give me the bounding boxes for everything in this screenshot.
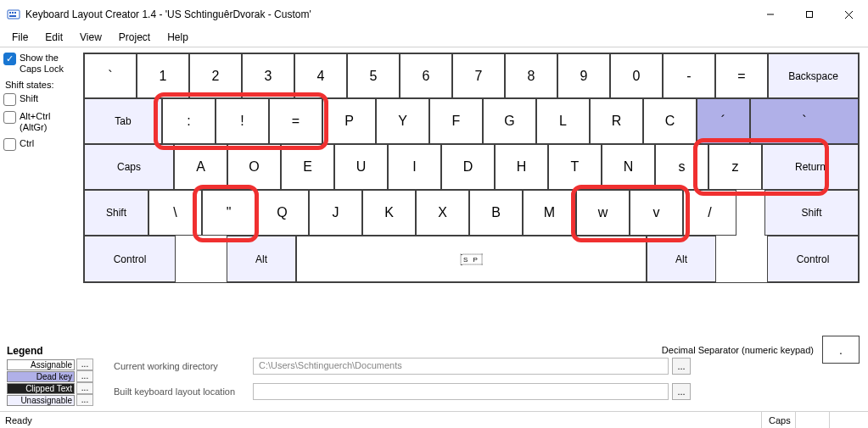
key-b[interactable]: B	[469, 190, 523, 236]
key-equals[interactable]: =	[715, 53, 768, 98]
legend-assignable: Assignable	[7, 359, 75, 370]
menu-project[interactable]: Project	[112, 30, 157, 45]
key-m[interactable]: M	[523, 190, 576, 236]
key-h[interactable]: H	[495, 144, 548, 190]
key-v[interactable]: v	[630, 190, 683, 236]
key-shift-right[interactable]: Shift	[764, 190, 859, 236]
status-bar: Ready Caps	[0, 411, 868, 428]
svg-rect-2	[12, 12, 14, 14]
minimize-button[interactable]	[751, 0, 790, 29]
key-control-right[interactable]: Control	[767, 236, 859, 282]
key-z[interactable]: z	[708, 144, 762, 190]
legend-assignable-more[interactable]: ...	[76, 359, 93, 370]
key-backspace[interactable]: Backspace	[768, 53, 859, 98]
key-space[interactable]: S P	[296, 236, 647, 282]
key-backslash[interactable]: \	[148, 190, 202, 236]
key-0[interactable]: 0	[610, 53, 663, 98]
checkbox-show-caps-lock[interactable]: ✓Show the Caps Lock	[3, 53, 81, 75]
key-c[interactable]: C	[643, 98, 697, 144]
key-3[interactable]: 3	[242, 53, 294, 98]
key-grave-dead[interactable]: `	[750, 98, 859, 144]
key-7[interactable]: 7	[452, 53, 505, 98]
key-s[interactable]: s	[655, 144, 708, 190]
key-l[interactable]: L	[536, 98, 590, 144]
key-u[interactable]: U	[334, 144, 388, 190]
status-caps: Caps	[761, 412, 795, 428]
checkbox-ctrl[interactable]: Ctrl	[3, 138, 81, 151]
key-2[interactable]: 2	[189, 53, 242, 98]
content-area: ✓Show the Caps Lock Shift states: Shift …	[0, 47, 868, 411]
key-caps[interactable]: Caps	[84, 144, 174, 190]
key-colon[interactable]: :	[162, 98, 216, 144]
key-t[interactable]: T	[548, 144, 602, 190]
key-f[interactable]: F	[429, 98, 483, 144]
key-minus[interactable]: -	[663, 53, 715, 98]
key-n[interactable]: N	[602, 144, 655, 190]
menu-bar: File Edit View Project Help	[0, 29, 868, 46]
menu-help[interactable]: Help	[160, 30, 195, 45]
key-control-left[interactable]: Control	[84, 236, 176, 282]
title-bar: Keyboard Layout Creator 1.4 - 'US Schtin…	[0, 0, 868, 29]
key-6[interactable]: 6	[400, 53, 452, 98]
key-x[interactable]: X	[416, 190, 469, 236]
svg-rect-6	[807, 12, 813, 18]
key-slash[interactable]: /	[683, 190, 736, 236]
key-alt-right[interactable]: Alt	[647, 236, 716, 282]
legend-unassignable: Unassignable	[7, 395, 75, 406]
svg-rect-4	[9, 15, 16, 17]
status-empty-1	[795, 412, 829, 428]
cwd-input[interactable]: C:\Users\Schtinguerch\Documents	[253, 358, 669, 375]
key-r[interactable]: R	[590, 98, 643, 144]
status-ready: Ready	[5, 415, 32, 425]
key-1[interactable]: 1	[137, 53, 189, 98]
key-shift-left[interactable]: Shift	[84, 190, 148, 236]
key-q[interactable]: Q	[255, 190, 309, 236]
keyboard-area: ` 1 2 3 4 5 6 7 8 9 0 - = Backspace Tab …	[83, 53, 860, 283]
key-quote[interactable]: "	[202, 190, 255, 236]
key-a[interactable]: A	[174, 144, 227, 190]
menu-file[interactable]: File	[5, 30, 35, 45]
key-g[interactable]: G	[483, 98, 536, 144]
key-j[interactable]: J	[309, 190, 362, 236]
key-k[interactable]: K	[362, 190, 416, 236]
key-eq2[interactable]: =	[269, 98, 322, 144]
key-8[interactable]: 8	[505, 53, 557, 98]
key-o[interactable]: O	[227, 144, 281, 190]
legend-deadkey: Dead key	[7, 371, 75, 382]
key-e[interactable]: E	[281, 144, 334, 190]
key-exclaim[interactable]: !	[216, 98, 269, 144]
maximize-button[interactable]	[790, 0, 829, 29]
key-d[interactable]: D	[441, 144, 495, 190]
key-tab[interactable]: Tab	[84, 98, 162, 144]
legend-unassignable-more[interactable]: ...	[76, 394, 93, 406]
close-button[interactable]	[829, 0, 868, 29]
svg-rect-0	[8, 10, 20, 19]
checkbox-altgr[interactable]: Alt+Ctrl (AltGr)	[3, 111, 81, 133]
layout-location-browse-button[interactable]: ...	[672, 383, 691, 400]
key-grave[interactable]: `	[84, 53, 137, 98]
checkbox-shift[interactable]: Shift	[3, 93, 81, 106]
layout-location-input[interactable]	[253, 383, 669, 400]
layout-location-label: Built keyboard layout location	[114, 386, 253, 397]
window-title: Keyboard Layout Creator 1.4 - 'US Schtin…	[25, 8, 311, 20]
svg-rect-3	[14, 12, 16, 14]
menu-edit[interactable]: Edit	[38, 30, 70, 45]
key-return[interactable]: Return	[762, 144, 859, 190]
legend-clipped-more[interactable]: ...	[76, 382, 93, 394]
legend-deadkey-more[interactable]: ...	[76, 370, 93, 382]
key-alt-left[interactable]: Alt	[227, 236, 296, 282]
key-p[interactable]: P	[322, 98, 376, 144]
legend-title: Legend	[7, 345, 98, 357]
key-y[interactable]: Y	[376, 98, 429, 144]
key-i[interactable]: I	[388, 144, 441, 190]
key-row-3: Caps A O E U I D H T N s z Return	[84, 144, 859, 190]
cwd-browse-button[interactable]: ...	[672, 358, 691, 375]
menu-view[interactable]: View	[73, 30, 109, 45]
legend-clipped: Clipped Text	[7, 383, 75, 394]
key-5[interactable]: 5	[347, 53, 400, 98]
key-4[interactable]: 4	[294, 53, 347, 98]
key-acute-dead[interactable]: ´	[697, 98, 750, 144]
key-9[interactable]: 9	[557, 53, 610, 98]
shift-states-label: Shift states:	[5, 80, 81, 90]
key-w[interactable]: w	[576, 190, 630, 236]
